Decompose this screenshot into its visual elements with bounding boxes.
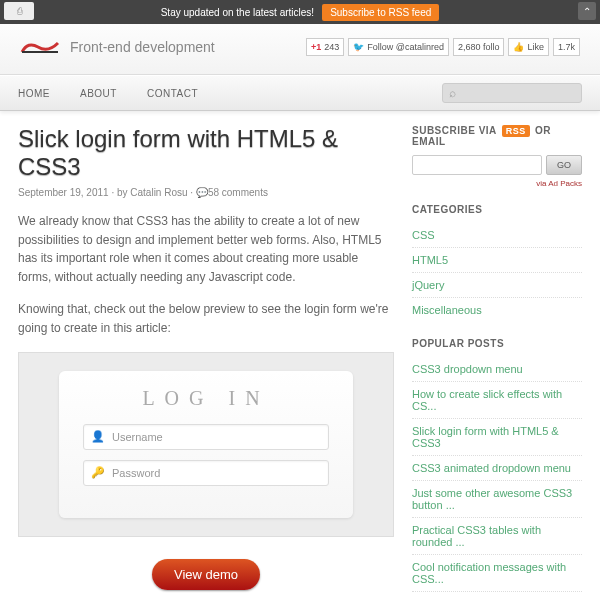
nav-about[interactable]: ABOUT [80,88,117,99]
login-heading: LOG IN [83,387,329,410]
category-jquery[interactable]: jQuery [412,273,582,298]
pop-post-8[interactable]: How to create a cool and usable CSS... [412,592,582,600]
facebook-like-count: 1.7k [553,38,580,56]
login-form-mock: LOG IN 👤 Username 🔑 Password [59,371,353,518]
username-field[interactable]: 👤 Username [83,424,329,450]
categories-widget: CATEGORIES CSS HTML5 jQuery Miscellaneou… [412,204,582,322]
chevron-up-icon: ⌃ [583,6,591,17]
topbar-text: Stay updated on the latest articles! [161,7,314,18]
collapse-toggle[interactable]: ⌃ [578,2,596,20]
intro-paragraph-2: Knowing that, check out the below previe… [18,300,394,337]
tagline: Front-end development [70,39,215,55]
subscribe-rss-button[interactable]: Subscribe to RSS feed [322,4,439,21]
intro-paragraph-1: We already know that CSS3 has the abilit… [18,212,394,286]
google-plus-button[interactable]: +1243 [306,38,344,56]
thumbs-up-icon: 👍 [513,42,524,52]
twitter-icon: 🐦 [353,42,364,52]
comments-link[interactable]: 58 comments [208,187,268,198]
key-icon: 🔑 [92,466,104,479]
password-field[interactable]: 🔑 Password [83,460,329,486]
category-css[interactable]: CSS [412,223,582,248]
pop-post-4[interactable]: CSS3 animated dropdown menu [412,456,582,481]
social-buttons: +1243 🐦Follow @catalinred 2,680 follo 👍L… [306,38,580,56]
nav-contact[interactable]: CONTACT [147,88,198,99]
user-icon: 👤 [92,430,104,443]
twitter-follower-count: 2,680 follo [453,38,505,56]
pop-post-6[interactable]: Practical CSS3 tables with rounded ... [412,518,582,555]
go-button[interactable]: GO [546,155,582,175]
comment-icon: 💬 [196,187,208,198]
ad-packs-link[interactable]: via Ad Packs [412,179,582,188]
pop-post-3[interactable]: Slick login form with HTML5 & CSS3 [412,419,582,456]
corner-badge: ⎙ [4,2,34,20]
view-demo-button[interactable]: View demo [152,559,260,590]
post-meta: September 19, 2011 · by Catalin Rosu · 💬… [18,187,394,198]
category-html5[interactable]: HTML5 [412,248,582,273]
categories-title: CATEGORIES [412,204,582,215]
topbar: ⎙ Stay updated on the latest articles! S… [0,0,600,24]
pop-post-5[interactable]: Just some other awesome CSS3 button ... [412,481,582,518]
subscribe-widget: SUBSCRIBE VIA RSS OR EMAIL GO via Ad Pac… [412,125,582,188]
logo-icon[interactable] [20,39,60,55]
category-misc[interactable]: Miscellaneous [412,298,582,322]
popular-posts-widget: POPULAR POSTS CSS3 dropdown menu How to … [412,338,582,600]
header: Front-end development +1243 🐦Follow @cat… [0,24,600,75]
search-icon: ⌕ [449,86,456,100]
popular-posts-title: POPULAR POSTS [412,338,582,349]
page-title: Slick login form with HTML5 & CSS3 [18,125,394,181]
email-field[interactable] [412,155,542,175]
pop-post-7[interactable]: Cool notification messages with CSS... [412,555,582,592]
rss-icon[interactable]: RSS [502,125,530,137]
search-input[interactable]: ⌕ [442,83,582,103]
subscribe-title: SUBSCRIBE VIA RSS OR EMAIL [412,125,582,147]
facebook-like-button[interactable]: 👍Like [508,38,549,56]
twitter-follow-button[interactable]: 🐦Follow @catalinred [348,38,449,56]
pop-post-1[interactable]: CSS3 dropdown menu [412,357,582,382]
form-preview: LOG IN 👤 Username 🔑 Password [18,352,394,537]
pop-post-2[interactable]: How to create slick effects with CS... [412,382,582,419]
plusone-icon: +1 [311,42,321,52]
nav-home[interactable]: HOME [18,88,50,99]
navbar: HOME ABOUT CONTACT ⌕ [0,75,600,111]
